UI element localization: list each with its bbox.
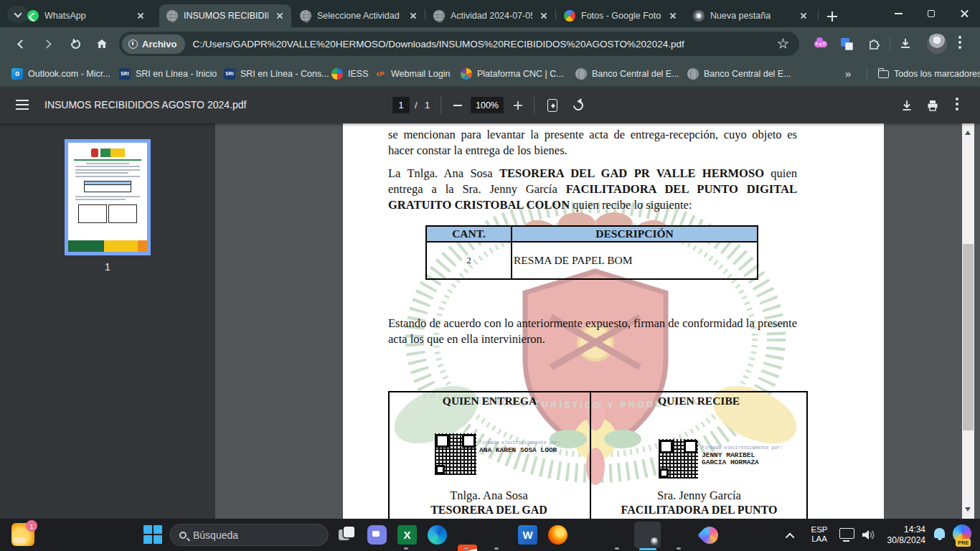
firefox-icon[interactable] (548, 525, 567, 545)
close-tab-icon[interactable] (798, 10, 809, 22)
reload-button[interactable] (65, 33, 86, 55)
new-tab-page-icon (693, 10, 705, 22)
sign-right-header: QUIEN RECIBE (658, 395, 740, 407)
bookmark-outlook[interactable]: o Outlook.com - Micr... (7, 65, 115, 83)
teams-chat-icon[interactable] (367, 525, 387, 545)
tab-label: Seleccione Actividad (317, 11, 402, 21)
bookmark-webmail[interactable]: cP Webmail Login (370, 65, 454, 83)
tab-separator (555, 9, 556, 19)
pdf-menu-hamburger-icon[interactable] (16, 100, 29, 101)
thumb-rule (74, 159, 141, 161)
esign-signer-name: ANA KAREN SOSA LOOR (479, 447, 560, 454)
window-close-button[interactable] (948, 0, 980, 27)
pdf-title: INSUMOS RECIBIDIDOS AGOSTO 2024.pdf (44, 99, 246, 110)
volume-icon[interactable] (861, 529, 875, 541)
tab-label: Fotos - Google Fotos (581, 11, 661, 21)
thumb-line (86, 163, 129, 164)
browser-menu-kebab-icon[interactable] (958, 36, 961, 39)
window-maximize-button[interactable] (915, 0, 947, 27)
bookmarks-overflow-button[interactable]: » (841, 65, 855, 83)
new-tab-button[interactable] (822, 6, 842, 27)
address-bar[interactable]: Archivo C:/Users/GADPR%20VALLE%20HERMOSO… (119, 32, 799, 56)
tab-label: INSUMOS RECIBIDID (184, 11, 268, 21)
pdf-menu-kebab-icon[interactable] (956, 98, 958, 100)
back-button[interactable] (10, 33, 32, 55)
url-text[interactable]: C:/Users/GADPR%20VALLE%20HERMOSO/Downloa… (192, 39, 777, 50)
network-icon[interactable] (839, 528, 854, 539)
scheme-chip[interactable]: Archivo (122, 34, 185, 54)
close-tab-icon[interactable] (667, 10, 679, 22)
qr-code-left (435, 433, 476, 475)
vertical-scrollbar[interactable] (962, 123, 974, 519)
close-tab-icon[interactable] (407, 10, 419, 22)
thumb-line (75, 169, 140, 171)
downloads-button[interactable] (897, 35, 914, 52)
translate-icon[interactable] (838, 35, 855, 52)
download-icon (899, 37, 912, 50)
zoom-in-button[interactable] (508, 95, 528, 116)
page-number-input[interactable] (392, 97, 410, 113)
pdf-print-button[interactable] (923, 95, 943, 116)
taskbar-search[interactable] (169, 524, 329, 546)
pdf-download-button[interactable] (897, 95, 917, 116)
bookmark-plataforma-cnc[interactable]: Plataforma CNC | C... (456, 65, 568, 83)
zoom-out-button[interactable] (448, 95, 468, 116)
language-line1: ESP (804, 525, 835, 534)
bookmark-star-icon[interactable] (777, 38, 789, 50)
profile-avatar[interactable] (927, 34, 947, 54)
cpanel-icon: cP (374, 68, 386, 80)
tab-nueva-pestana[interactable]: Nueva pestaña (686, 4, 815, 27)
window-minimize-button[interactable] (882, 0, 914, 27)
scroll-down-icon[interactable] (965, 507, 971, 514)
description-header: DESCRIPCIÓN (512, 226, 758, 242)
document-globe-icon (300, 10, 311, 22)
forward-icon (42, 39, 52, 49)
thumb-sign-box (108, 204, 137, 223)
tab-label: Nueva pestaña (710, 11, 792, 21)
clock[interactable]: 14:34 30/8/2024 (874, 524, 925, 545)
start-button[interactable] (143, 525, 162, 544)
thumb-line (75, 196, 140, 197)
toolbar-separator (890, 37, 890, 51)
all-bookmarks-button[interactable]: Todos los marcadores (874, 65, 980, 83)
notifications-bell-icon[interactable] (934, 528, 945, 538)
close-tab-icon[interactable] (538, 10, 550, 22)
fit-to-page-button[interactable] (542, 95, 562, 116)
edge-icon[interactable] (428, 525, 447, 545)
bookmark-sri-consultas[interactable]: SRI SRI en Línea - Cons... (220, 65, 334, 83)
sri-icon: SRI (224, 68, 235, 80)
search-input[interactable] (193, 529, 323, 541)
close-tab-icon[interactable] (274, 10, 286, 22)
word-icon[interactable]: W (518, 525, 537, 545)
excel-icon[interactable]: X (397, 525, 417, 545)
tab-insumos-pdf[interactable]: INSUMOS RECIBIDID (159, 4, 291, 27)
forward-button[interactable] (37, 33, 59, 55)
extensions-puzzle-icon[interactable] (865, 35, 882, 52)
thumb-footer (68, 240, 147, 252)
tab-seleccione-actividad[interactable]: Seleccione Actividad (293, 4, 425, 27)
qty-header: CANT. (426, 226, 512, 242)
widget-badge: 1 (26, 520, 37, 532)
scroll-up-icon[interactable] (965, 128, 971, 135)
close-tab-icon[interactable] (135, 10, 146, 22)
home-button[interactable] (91, 33, 113, 55)
rotate-button[interactable] (568, 95, 588, 116)
zoom-level[interactable]: 100% (471, 97, 504, 113)
bookmark-banco-central-1[interactable]: Banco Central del E... (571, 65, 684, 83)
scrollbar-thumb[interactable] (963, 244, 974, 430)
language-indicator[interactable]: ESP LAA (804, 525, 835, 544)
flame-app-icon[interactable] (697, 523, 722, 547)
tab-whatsapp[interactable]: WhatsApp (20, 4, 158, 27)
tab-actividad[interactable]: Actividad 2024-07-05 (426, 4, 555, 27)
extension-weather-icon[interactable] (812, 35, 829, 52)
thumb-line (75, 166, 140, 167)
tab-google-fotos[interactable]: Fotos - Google Fotos (557, 4, 684, 27)
bookmark-sri-inicio[interactable]: SRI SRI en Línea - Inicio (115, 65, 221, 83)
rotate-icon (571, 98, 585, 113)
bookmark-iess[interactable]: IESS (327, 65, 373, 83)
bookmark-banco-central-2[interactable]: Banco Central del E... (683, 65, 796, 83)
tray-expand-chevron-icon[interactable] (786, 533, 795, 542)
thumb-line (75, 172, 128, 174)
page-thumbnail[interactable] (65, 139, 151, 255)
task-view-button[interactable] (337, 525, 357, 545)
